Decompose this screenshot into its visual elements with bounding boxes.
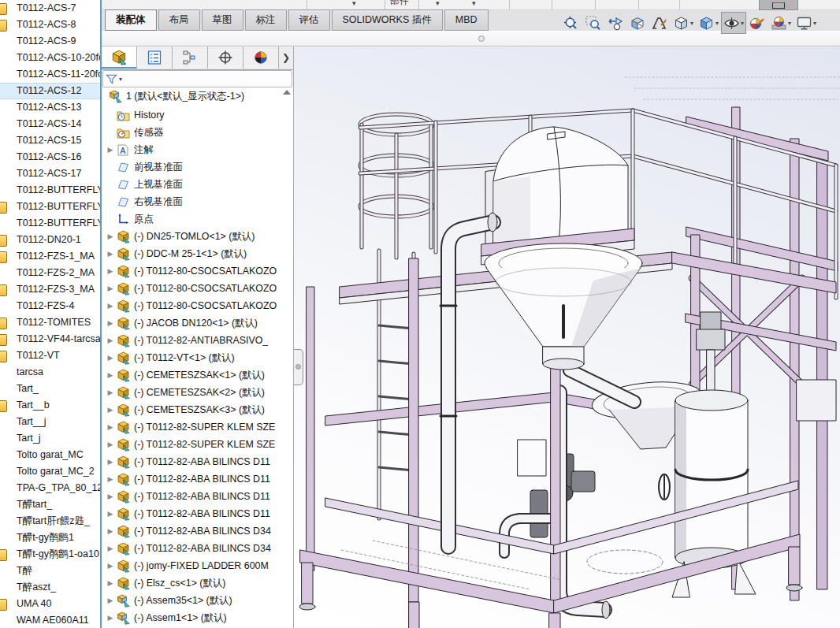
file-list-item[interactable]: T0112-FZS-1_MA [0,248,100,265]
tree-item-component[interactable]: ▶ (-) CEMETESZSAK<1> (默认) [102,366,293,384]
file-list-item[interactable]: T0112-ACS-15 [0,132,100,149]
file-list-item[interactable]: Tart_j [0,430,100,447]
tree-item-component[interactable]: ▶ (-) T0112-82-SUPER KLEM SZE [102,418,293,436]
headsup-button[interactable]: ▾ [696,12,721,34]
expand-arrow-icon[interactable]: ▶ [106,280,114,297]
expand-arrow-icon[interactable]: ▶ [106,436,114,453]
tree-item-component[interactable]: ▶ (-) T0112-82-ANTIABRASIVO_ [102,332,293,349]
file-list-item[interactable]: T0112-TOMITES [0,314,100,331]
expand-arrow-icon[interactable]: ▶ [106,245,114,262]
expand-arrow-icon[interactable]: ▶ [106,366,114,384]
file-list-item[interactable]: T0112-FZS-3_MA [0,281,100,298]
ribbon-tab[interactable]: MBD [444,9,489,31]
headsup-button[interactable]: ▾ [768,12,794,34]
expand-arrow-icon[interactable]: ▶ [106,470,114,488]
tree-root-assembly[interactable]: 1 (默认<默认_显示状态-1>) [102,87,293,106]
tree-item-component[interactable]: ▶ (-) jomy-FIXED LADDER 600M [102,557,293,574]
file-list-item[interactable]: TPA-G_TPA_80_12G-E [0,480,100,496]
file-list-item[interactable]: T0112-ACS-9 [0,33,100,50]
expand-arrow-icon[interactable]: ▶ [106,418,114,436]
file-list-item[interactable]: T0112-ACS-13 [0,99,100,116]
tree-item-component[interactable]: ▶ (-) Elsz_cs<1> (默认) [102,574,293,592]
headsup-button[interactable] [626,12,649,34]
headsup-button[interactable]: ▾ [671,12,696,34]
dropdown-caret-icon[interactable]: ▾ [472,0,476,7]
panel-tab[interactable] [243,46,279,69]
file-list-item[interactable]: T0112-VF44-tarcsa [0,331,100,347]
file-list-item[interactable]: T0112-FZS-4 [0,298,100,314]
expand-arrow-icon[interactable]: ▶ [106,297,114,314]
file-list-item[interactable]: T0112-ACS-10-20fok [0,50,100,66]
tree-item-folder[interactable]: ▶ 右视基准面 [102,193,293,210]
tree-scroll-up-arrow[interactable] [283,90,291,95]
expand-arrow-icon[interactable]: ▶ [106,332,114,349]
file-list-item[interactable]: T0112-ACS-16 [0,149,100,165]
file-list-item[interactable]: T醰t-gy鹡鹠1 [0,530,100,546]
expand-arrow-icon[interactable]: ▶ [106,557,114,574]
file-list-item[interactable]: T0112-FZS-2_MA [0,265,100,281]
tree-item-component[interactable]: ▶ (-) CEMETESZSAK<2> (默认) [102,384,293,401]
file-list-item[interactable]: Tart__j [0,414,100,430]
headsup-button[interactable] [582,12,604,34]
file-list-item[interactable]: T0112-BUTTERFLY VA [0,199,100,215]
panel-tab[interactable] [137,46,173,69]
headsup-button[interactable] [604,12,626,34]
ribbon-tab[interactable]: 装配体 [105,9,157,31]
expand-arrow-icon[interactable]: ▶ [106,384,114,401]
ribbon-tab[interactable]: 草图 [202,9,243,31]
expand-arrow-icon[interactable]: ▶ [106,592,114,609]
expand-arrow-icon[interactable]: ▶ [106,453,114,470]
expand-arrow-icon[interactable]: ▶ [106,141,114,158]
tree-item-component[interactable]: ▶ (-) T0112-82-ABA BILINCS D11 [102,505,293,522]
file-list-item[interactable]: WAM AE060A11 [0,612,100,628]
file-list-item[interactable]: T0112-ACS-11-20fok [0,66,100,83]
file-list-item[interactable]: T0112-ACS-7 [0,0,100,17]
tree-item-component[interactable]: ▶ (-) T0112-82-ABA BILINCS D11 [102,470,293,488]
headsup-button[interactable] [746,12,768,34]
tree-item-component[interactable]: ▶ (-) T0112-82-SUPER KLEM SZE [102,436,293,453]
headsup-button[interactable]: ▾ [721,12,746,34]
file-list-item[interactable]: T醰tart_ [0,496,100,513]
file-list-item[interactable]: T0112-VT [0,347,100,364]
expand-arrow-icon[interactable]: ▶ [106,540,114,557]
panel-tab[interactable] [173,46,208,69]
file-list-item[interactable]: T0112-ACS-8 [0,17,100,33]
expand-arrow-icon[interactable]: ▶ [106,262,114,280]
dropdown-caret-icon[interactable]: ▾ [436,0,440,7]
expand-arrow-icon[interactable]: ▶ [106,228,114,245]
expand-arrow-icon[interactable]: ▶ [106,488,114,505]
headsup-button[interactable] [560,12,582,34]
tree-item-component[interactable]: ▶ (-) T0112-82-ABA BILINCS D34 [102,540,293,557]
file-list-item[interactable]: Tolto garat_MC_2 [0,463,100,480]
3d-model-assembly[interactable] [294,46,840,628]
file-list-item[interactable]: Tolto garat_MC [0,447,100,463]
tree-item-component[interactable]: ▶ (-) Assem35<1> (默认) [102,592,293,609]
tree-item-component[interactable]: ▶ (-) T0112-VT<1> (默认) [102,349,293,366]
ribbon-tab[interactable]: SOLIDWORKS 插件 [332,9,443,31]
file-list-item[interactable]: Tart__b [0,397,100,414]
panel-splitter-handle[interactable] [294,349,303,385]
file-list-item[interactable]: T0112-ACS-14 [0,116,100,132]
tree-item-component[interactable]: ▶ (-) JACOB DN120<1> (默认) [102,314,293,332]
expand-arrow-icon[interactable]: ▶ [106,349,114,366]
headsup-button[interactable] [649,12,671,34]
expand-arrow-icon[interactable]: ▶ [106,505,114,522]
file-list-item[interactable]: T醉 [0,563,100,579]
tree-item-component[interactable]: ▶ (-) T0112-80-CSOCSATLAKOZO [102,297,293,314]
ribbon-tab[interactable]: 评估 [288,9,330,31]
file-list-item[interactable]: tarcsa [0,364,100,381]
panel-expand-chevron-icon[interactable]: ❯ [279,46,293,69]
tree-filter-box[interactable]: ▾ [102,70,292,87]
tree-item-folder[interactable]: ▶ History [102,106,293,124]
expand-arrow-icon[interactable]: ▶ [106,314,114,332]
expand-arrow-icon[interactable]: ▶ [106,609,114,626]
file-list-item[interactable]: UMA 40 [0,596,100,612]
ribbon-tab[interactable]: 标注 [245,9,287,31]
tree-item-folder[interactable]: ▶ 原点 [102,210,293,228]
file-list-item[interactable]: T0112-BUTTERFLY VA [0,182,100,199]
tree-item-component[interactable]: ▶ (-) Assem1<1> (默认) [102,609,293,626]
file-list-item[interactable]: T0112-DN20-1 [0,232,100,248]
expand-arrow-icon[interactable]: ▶ [106,574,114,592]
graphics-viewport[interactable] [294,46,840,628]
file-list-item[interactable]: T醰t-gy鹡鹠1-oa10 [0,546,100,563]
